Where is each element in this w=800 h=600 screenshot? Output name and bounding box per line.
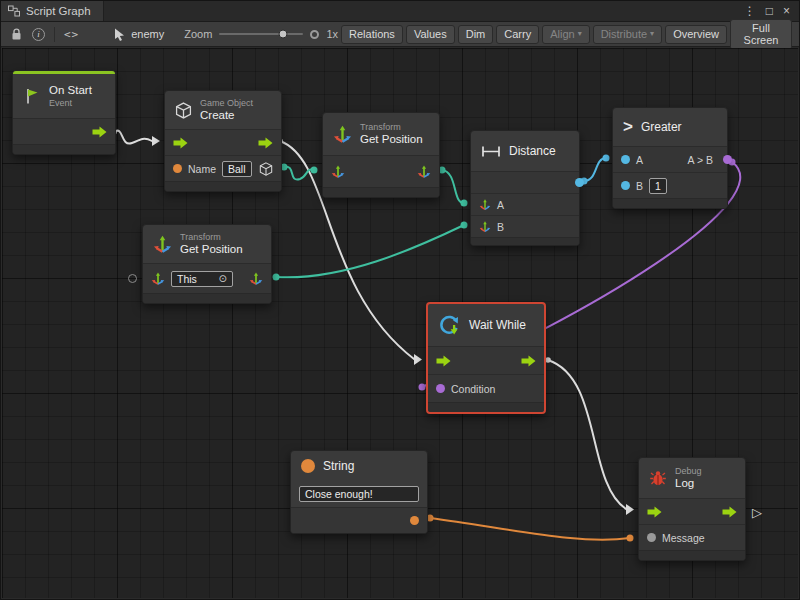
object-picker-icon[interactable]: ⊙ (219, 273, 227, 284)
distance-icon (481, 145, 501, 158)
result-label: A > B (688, 154, 719, 166)
name-input-port[interactable] (173, 164, 182, 173)
input-b-row: B 1 (613, 172, 727, 198)
full-screen-button[interactable]: Full Screen (730, 19, 792, 50)
node-create-gameobject[interactable]: Game Object Create Name Ball (164, 90, 282, 192)
vector-a-port[interactable] (479, 199, 491, 210)
target-row: This ⊙ (143, 263, 271, 293)
node-header: Distance (471, 131, 579, 171)
zoom-reset-icon[interactable] (310, 30, 319, 39)
node-title: Get Position (180, 243, 243, 257)
position-output-port[interactable] (249, 272, 263, 285)
node-title: String (323, 459, 354, 473)
node-footer (13, 144, 115, 154)
flag-icon (23, 87, 41, 105)
a-label: A (497, 199, 504, 211)
node-header: Transform Get Position (143, 225, 271, 263)
flow-in-port[interactable] (436, 355, 451, 367)
transform-input-port[interactable] (331, 165, 345, 178)
node-subtitle: Debug (675, 466, 702, 477)
node-greater[interactable]: > Greater A A > B B 1 (612, 107, 728, 209)
wire-distance-to-greater-a[interactable] (584, 158, 606, 181)
info-icon[interactable]: i (27, 22, 50, 46)
wait-while-icon (438, 314, 461, 337)
node-on-start-event[interactable]: On Start Event (12, 70, 116, 155)
flow-in-port[interactable] (173, 137, 188, 149)
message-input-port[interactable] (647, 533, 656, 542)
name-input-row: Name Ball (165, 155, 281, 181)
dim-button[interactable]: Dim (458, 25, 494, 44)
distribute-button[interactable]: Distribute ▾ (593, 25, 662, 44)
maximize-icon[interactable]: □ (766, 5, 773, 17)
node-debug-log[interactable]: Debug Log ▷ Message (638, 457, 746, 561)
edit-code-icon[interactable]: <> (59, 22, 84, 46)
node-title: Log (675, 477, 702, 491)
name-value-field[interactable]: Ball (222, 161, 252, 177)
b-value-field[interactable]: 1 (649, 178, 667, 194)
node-wait-while[interactable]: Wait While Condition (426, 302, 546, 414)
wire-waitwhile-to-log[interactable] (548, 360, 626, 509)
toolbar-separator (54, 27, 55, 42)
tab-script-graph[interactable]: Script Graph (1, 1, 104, 21)
message-label: Message (662, 532, 705, 544)
condition-row: Condition (428, 374, 544, 402)
value-ports-row (323, 155, 439, 187)
node-title: Greater (641, 120, 682, 134)
string-value-field[interactable]: Close enough! (299, 486, 419, 502)
flow-in-port[interactable] (647, 506, 662, 518)
distance-output-port[interactable] (575, 178, 584, 187)
close-icon[interactable]: × (783, 5, 790, 17)
target-field[interactable]: This ⊙ (171, 271, 233, 287)
input-b-port[interactable] (621, 181, 630, 190)
node-title: Get Position (360, 133, 423, 147)
flow-out-port[interactable] (92, 126, 107, 138)
string-icon (301, 459, 315, 473)
transform-input-port[interactable] (151, 272, 165, 285)
node-subtitle: Transform (180, 232, 243, 243)
node-title: Wait While (469, 318, 526, 332)
output-row (471, 171, 579, 193)
graph-canvas[interactable]: On Start Event Game Object Create (2, 48, 798, 598)
input-a-port[interactable] (621, 155, 630, 164)
unity-window: Script Graph ⋮ □ × i <> enemy Zoom (0, 0, 800, 600)
zoom-slider[interactable] (219, 33, 303, 35)
node-string-literal[interactable]: String Close enough! (290, 450, 428, 534)
node-distance[interactable]: Distance A B (470, 130, 580, 246)
node-get-position-1[interactable]: Transform Get Position (322, 112, 440, 198)
graph-owner[interactable]: enemy (114, 28, 164, 41)
external-target-port[interactable] (128, 274, 137, 283)
wire-string-to-message[interactable] (430, 518, 630, 540)
flow-out-port[interactable] (258, 137, 273, 149)
align-button[interactable]: Align ▾ (542, 25, 589, 44)
values-button[interactable]: Values (406, 25, 455, 44)
flow-out-port[interactable] (722, 506, 737, 518)
node-footer (613, 198, 727, 208)
node-header: String (291, 451, 427, 481)
relations-button[interactable]: Relations (341, 25, 403, 44)
wire-getposition2-to-distance-b[interactable] (276, 225, 464, 277)
graph-owner-name: enemy (131, 28, 164, 40)
position-output-port[interactable] (417, 165, 431, 178)
result-output-port[interactable] (723, 155, 732, 164)
node-get-position-2[interactable]: Transform Get Position This ⊙ (142, 224, 272, 304)
flow-out-port[interactable] (521, 355, 536, 367)
vector-b-port[interactable] (479, 221, 491, 232)
condition-input-port[interactable] (436, 384, 445, 393)
b-label: B (636, 180, 643, 192)
overview-button[interactable]: Overview (665, 25, 727, 44)
zoom-label: Zoom (184, 28, 212, 40)
string-output-port[interactable] (410, 516, 419, 525)
window-title: Script Graph (26, 5, 91, 17)
node-subtitle: Transform (360, 122, 423, 133)
menu-icon[interactable]: ⋮ (744, 5, 756, 17)
carry-button[interactable]: Carry (496, 25, 539, 44)
wire-getposition-to-distance-a[interactable] (442, 170, 464, 203)
wire-onstart-to-create[interactable] (114, 131, 152, 144)
node-title: On Start (49, 84, 92, 98)
input-a-row: A (471, 193, 579, 215)
zoom-slider-knob[interactable] (279, 30, 288, 39)
graph-toolbar: i <> enemy Zoom 1x Relations Values Dim … (1, 22, 799, 47)
message-row: Message (639, 524, 745, 550)
gameobject-output-port[interactable] (259, 162, 273, 176)
lock-icon[interactable] (6, 22, 27, 46)
